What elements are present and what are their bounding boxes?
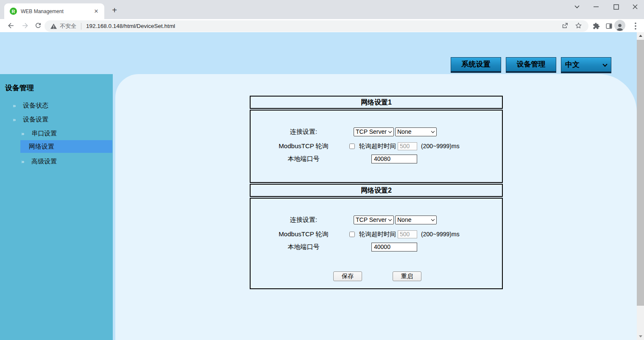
panel1-local-port-input[interactable] bbox=[371, 155, 417, 163]
side-panel-icon[interactable] bbox=[603, 20, 614, 31]
panel2-protocol-select[interactable]: None bbox=[395, 216, 437, 224]
panel1-title: 网络设置1 bbox=[250, 96, 503, 109]
port-label: 本地端口号 bbox=[251, 243, 357, 251]
share-icon[interactable] bbox=[561, 22, 569, 31]
profile-avatar[interactable] bbox=[614, 20, 625, 31]
sidebar-item-label: 高级设置 bbox=[31, 158, 57, 166]
modbus-label: ModbusTCP 轮询 bbox=[251, 230, 357, 238]
timeout-label: 轮询超时时间 bbox=[359, 142, 396, 150]
connection-label: 连接设置: bbox=[251, 128, 357, 136]
timeout-range-label: (200~9999)ms bbox=[421, 231, 460, 238]
forward-icon bbox=[19, 19, 31, 32]
connection-label: 连接设置: bbox=[251, 216, 357, 224]
sidebar-item-label: 串口设置 bbox=[31, 130, 57, 138]
panel1-body: 连接设置: TCP Server None ModbusTCP 轮询 bbox=[250, 110, 503, 183]
scrollbar-thumb[interactable] bbox=[637, 40, 644, 306]
language-select[interactable]: 中文 bbox=[561, 57, 611, 73]
sidebar-item-network-settings-selected[interactable]: 网络设置 bbox=[20, 140, 112, 153]
panel1-timeout-input[interactable] bbox=[398, 142, 417, 150]
arrow-bullet-icon: » bbox=[13, 102, 16, 109]
restart-button[interactable]: 重启 bbox=[393, 271, 421, 281]
language-select-wrap: 中文 bbox=[561, 57, 611, 73]
site-favicon-icon: R bbox=[10, 8, 17, 15]
address-bar[interactable]: 不安全 192.168.0.148/html/DeviceSet.html bbox=[45, 20, 588, 32]
url-text[interactable]: 192.168.0.148/html/DeviceSet.html bbox=[86, 23, 175, 29]
port-label: 本地端口号 bbox=[251, 155, 357, 163]
browser-tab[interactable]: R WEB Management ✕ bbox=[4, 3, 104, 19]
protocol-select-wrap: None bbox=[395, 127, 437, 136]
protocol-select-wrap: None bbox=[395, 216, 437, 224]
panel2-timeout-input[interactable] bbox=[398, 230, 417, 238]
panel1-modbus-checkbox[interactable] bbox=[349, 144, 355, 149]
scrollbar-down-arrow-icon[interactable] bbox=[637, 333, 644, 340]
nav-device-management-button[interactable]: 设备管理 bbox=[506, 57, 556, 73]
tab-close-icon[interactable]: ✕ bbox=[92, 8, 100, 15]
window-maximize-button[interactable] bbox=[609, 1, 623, 13]
not-secure-label[interactable]: 不安全 bbox=[60, 22, 76, 30]
arrow-bullet-icon: » bbox=[21, 158, 24, 165]
timeout-label: 轮询超时时间 bbox=[359, 230, 396, 238]
panel2-modbus-checkbox[interactable] bbox=[349, 232, 355, 237]
omnibox-divider bbox=[81, 23, 81, 30]
reload-icon[interactable] bbox=[32, 19, 45, 32]
window-close-button[interactable] bbox=[628, 1, 642, 13]
page-scrollbar[interactable] bbox=[637, 32, 644, 340]
sidebar-item-serial-settings[interactable]: » 串口设置 bbox=[21, 129, 57, 138]
new-tab-button[interactable]: + bbox=[109, 4, 120, 16]
window-minimize-button[interactable] bbox=[589, 1, 603, 13]
panel2-title: 网络设置2 bbox=[250, 184, 503, 197]
mode-select-wrap: TCP Server bbox=[354, 216, 394, 224]
panel2-local-port-input[interactable] bbox=[371, 243, 417, 252]
mode-select-wrap: TCP Server bbox=[354, 127, 394, 136]
sidebar-item-label: 设备状态 bbox=[23, 102, 48, 110]
browser-window: R WEB Management ✕ + 不安全 bbox=[0, 0, 644, 340]
not-secure-warning-icon bbox=[50, 23, 57, 29]
tab-search-chevron-icon[interactable] bbox=[570, 1, 584, 13]
sidebar-item-label: 网络设置 bbox=[29, 143, 54, 151]
sidebar-item-advanced-settings[interactable]: » 高级设置 bbox=[21, 157, 57, 166]
bookmark-star-icon[interactable] bbox=[575, 22, 582, 31]
sidebar-item-label: 设备设置 bbox=[23, 116, 48, 124]
panel1-connection-mode-select[interactable]: TCP Server bbox=[354, 127, 394, 136]
save-button[interactable]: 保存 bbox=[333, 271, 362, 281]
panel2-connection-mode-select[interactable]: TCP Server bbox=[354, 216, 394, 224]
sidebar: 设备管理 » 设备状态 » 设备设置 » 串口设置 网络设置 » 高级设置 bbox=[0, 74, 113, 340]
modbus-label: ModbusTCP 轮询 bbox=[251, 142, 357, 150]
extensions-puzzle-icon[interactable] bbox=[591, 20, 602, 31]
back-icon[interactable] bbox=[4, 19, 17, 32]
sidebar-item-device-settings[interactable]: » 设备设置 bbox=[13, 115, 48, 124]
arrow-bullet-icon: » bbox=[21, 130, 24, 137]
browser-titlebar: R WEB Management ✕ + bbox=[0, 0, 644, 19]
panel2-body: 连接设置: TCP Server None ModbusTCP 轮询 bbox=[250, 198, 503, 289]
browser-menu-dots-icon[interactable] bbox=[630, 20, 641, 31]
nav-system-settings-button[interactable]: 系统设置 bbox=[451, 57, 501, 73]
arrow-bullet-icon: » bbox=[13, 116, 16, 123]
timeout-range-label: (200~9999)ms bbox=[421, 143, 460, 149]
panel1-protocol-select[interactable]: None bbox=[395, 127, 437, 136]
scrollbar-up-arrow-icon[interactable] bbox=[637, 32, 644, 39]
sidebar-item-device-status[interactable]: » 设备状态 bbox=[13, 101, 48, 110]
tab-title: WEB Management bbox=[21, 8, 92, 14]
sidebar-title: 设备管理 bbox=[5, 83, 34, 93]
